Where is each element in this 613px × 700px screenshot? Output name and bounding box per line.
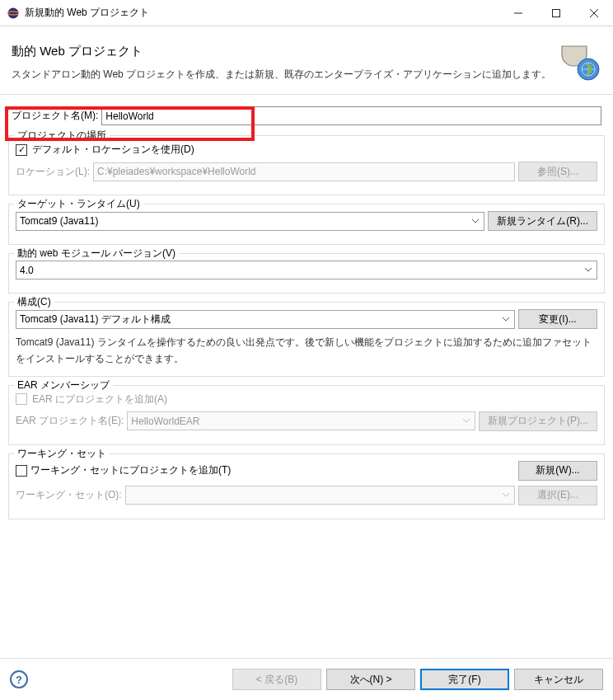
add-to-ear-label: EAR にプロジェクトを追加(A)	[32, 392, 167, 406]
configuration-group: 構成(C) Tomcat9 (Java11) デフォルト構成 変更(I)... …	[8, 302, 605, 377]
wizard-header: 動的 Web プロジェクト スタンドアロン動的 Web プロジェクトを作成、また…	[0, 26, 613, 95]
chevron-down-icon	[468, 214, 482, 229]
location-input	[93, 162, 515, 181]
ear-project-name-value: HelloWorldEAR	[131, 416, 199, 427]
project-name-input[interactable]	[101, 106, 601, 125]
target-runtime-select[interactable]: Tomcat9 (Java11)	[16, 212, 484, 231]
add-to-ear-checkbox[interactable]	[16, 393, 27, 405]
target-runtime-legend: ターゲット・ランタイム(U)	[14, 197, 143, 211]
change-config-button[interactable]: 変更(I)...	[518, 309, 597, 329]
titlebar: 新規動的 Web プロジェクト	[0, 0, 613, 26]
project-name-label: プロジェクト名(M):	[12, 109, 98, 123]
configuration-value: Tomcat9 (Java11) デフォルト構成	[20, 312, 171, 327]
location-label: ロケーション(L):	[16, 165, 90, 179]
next-button[interactable]: 次へ(N) >	[326, 669, 415, 690]
working-set-label: ワーキング・セット(O):	[16, 488, 122, 502]
cancel-button[interactable]: キャンセル	[514, 669, 603, 690]
chevron-down-icon	[498, 312, 512, 327]
ear-membership-legend: EAR メンバーシップ	[14, 378, 113, 392]
working-set-group: ワーキング・セット ワーキング・セットにプロジェクトを追加(T) 新規(W)..…	[8, 453, 605, 519]
chevron-down-icon	[459, 413, 473, 429]
help-icon[interactable]: ?	[10, 670, 28, 688]
new-ear-project-button: 新規プロジェクト(P)...	[479, 411, 597, 431]
working-set-select	[125, 486, 515, 505]
window-title: 新規動的 Web プロジェクト	[25, 6, 499, 20]
finish-button[interactable]: 完了(F)	[420, 669, 509, 690]
ear-membership-group: EAR メンバーシップ EAR にプロジェクトを追加(A) EAR プロジェクト…	[8, 385, 605, 445]
header-description: スタンドアロン動的 Web プロジェクトを作成、または新規、既存のエンタープライ…	[12, 68, 555, 82]
wizard-banner-icon	[555, 40, 601, 86]
svg-point-0	[8, 7, 19, 18]
use-default-location-label: デフォルト・ロケーションを使用(D)	[32, 143, 194, 157]
module-version-group: 動的 web モジュール バージョン(V) 4.0	[8, 253, 605, 294]
header-title: 動的 Web プロジェクト	[12, 44, 555, 59]
working-set-legend: ワーキング・セット	[14, 447, 110, 461]
chevron-down-icon	[581, 262, 595, 278]
configuration-legend: 構成(C)	[14, 295, 54, 309]
target-runtime-group: ターゲット・ランタイム(U) Tomcat9 (Java11) 新規ランタイム(…	[8, 204, 605, 245]
close-button[interactable]	[575, 0, 613, 26]
wizard-footer: ? < 戻る(B) 次へ(N) > 完了(F) キャンセル	[0, 658, 613, 700]
module-version-value: 4.0	[20, 265, 34, 276]
project-location-legend: プロジェクトの場所	[14, 129, 110, 143]
ear-project-name-label: EAR プロジェクト名(E):	[16, 414, 124, 428]
add-to-working-set-checkbox[interactable]	[16, 465, 27, 477]
add-to-working-set-label: ワーキング・セットにプロジェクトを追加(T)	[30, 463, 515, 477]
chevron-down-icon	[498, 487, 512, 503]
select-working-set-button: 選択(E)...	[518, 486, 597, 505]
new-runtime-button[interactable]: 新規ランタイム(R)...	[488, 211, 597, 231]
module-version-legend: 動的 web モジュール バージョン(V)	[14, 247, 179, 261]
module-version-select[interactable]: 4.0	[16, 261, 597, 280]
project-location-group: プロジェクトの場所 ✓ デフォルト・ロケーションを使用(D) ロケーション(L)…	[8, 135, 605, 195]
svg-rect-3	[553, 10, 560, 17]
new-working-set-button[interactable]: 新規(W)...	[518, 461, 597, 481]
minimize-button[interactable]	[499, 0, 537, 26]
configuration-select[interactable]: Tomcat9 (Java11) デフォルト構成	[16, 310, 515, 329]
configuration-description: Tomcat9 (Java11) ランタイムを操作するための良い出発点です。後で…	[16, 334, 597, 368]
eclipse-icon	[7, 7, 20, 20]
ear-project-name-select: HelloWorldEAR	[127, 411, 475, 430]
back-button: < 戻る(B)	[232, 669, 321, 690]
use-default-location-checkbox[interactable]: ✓	[16, 144, 27, 156]
maximize-button[interactable]	[537, 0, 575, 26]
browse-button: 参照(S)...	[518, 162, 597, 181]
target-runtime-value: Tomcat9 (Java11)	[20, 215, 98, 227]
